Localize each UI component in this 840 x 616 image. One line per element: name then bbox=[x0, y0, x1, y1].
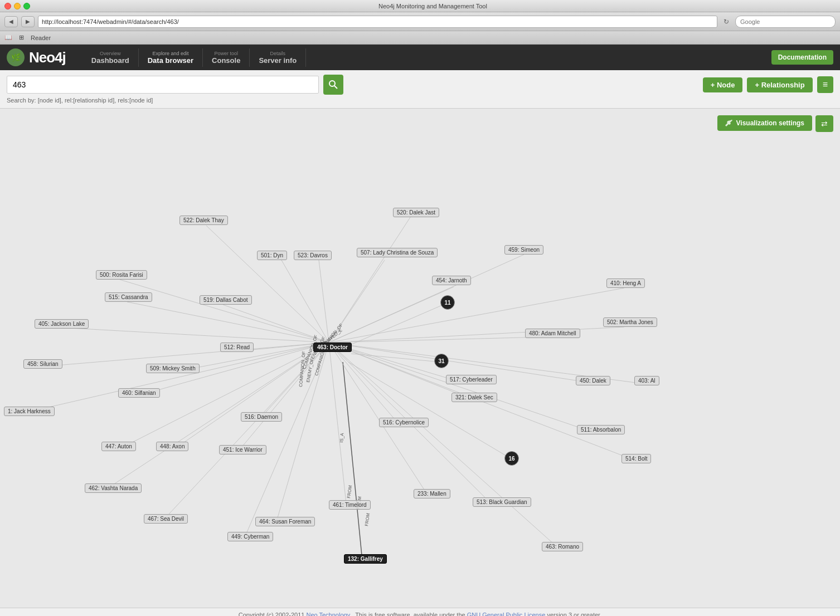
svg-line-33 bbox=[173, 343, 329, 450]
svg-text:FROM: FROM bbox=[346, 485, 353, 498]
node-silurian[interactable]: 458: Silurian bbox=[23, 359, 62, 369]
svg-line-14 bbox=[223, 305, 329, 343]
node-heng-a[interactable]: 410: Heng A bbox=[606, 278, 645, 288]
reader-label[interactable]: Reader bbox=[31, 35, 51, 41]
svg-line-13 bbox=[127, 302, 329, 343]
tab-dashboard[interactable]: Overview Dashboard bbox=[82, 48, 139, 67]
node-dalek-thay[interactable]: 522: Dalek Thay bbox=[179, 216, 228, 225]
node-jack-harkness[interactable]: 1: Jack Harkness bbox=[4, 407, 55, 416]
node-ice-warrior[interactable]: 451: Ice Warrior bbox=[219, 445, 266, 454]
svg-line-22 bbox=[43, 343, 329, 366]
graph-edges: COMPANION_OF ENEMY_OF COMPANION_OF PLAYE… bbox=[0, 109, 840, 608]
svg-line-3 bbox=[351, 354, 440, 362]
cluster-node-11[interactable]: 11 bbox=[440, 295, 455, 310]
node-dalek-jast[interactable]: 520: Dalek Jast bbox=[393, 208, 439, 217]
node-mallen[interactable]: 233: Mallen bbox=[414, 489, 450, 498]
gpl-link[interactable]: GNU General Public License bbox=[467, 612, 546, 616]
address-bar[interactable] bbox=[38, 16, 717, 28]
add-relationship-button[interactable]: + Relationship bbox=[747, 77, 812, 92]
footer-mid-text: . This is free software, available under… bbox=[352, 612, 467, 616]
node-axon[interactable]: 448: Axon bbox=[156, 442, 188, 451]
node-black-guardian[interactable]: 513: Black Guardian bbox=[473, 497, 531, 507]
grid-icon: ⊞ bbox=[19, 34, 24, 41]
browser-toolbar: ◀ ▶ ↻ bbox=[0, 12, 840, 31]
node-adam-mitchell[interactable]: 480: Adam Mitchell bbox=[525, 329, 580, 338]
node-romano[interactable]: 463: Romano bbox=[542, 542, 583, 551]
tab-server-info[interactable]: Details Server info bbox=[250, 48, 306, 67]
node-davros[interactable]: 523: Davros bbox=[294, 251, 332, 260]
node-dyn[interactable]: 501: Dyn bbox=[257, 251, 287, 260]
neo-tech-link[interactable]: Neo Technology bbox=[306, 612, 350, 616]
svg-text:IS_A: IS_A bbox=[339, 432, 345, 443]
node-martha-jones[interactable]: 502: Martha Jones bbox=[603, 317, 657, 327]
node-vashta-narada[interactable]: 462: Vashta Narada bbox=[85, 483, 142, 493]
node-al[interactable]: 403: Al bbox=[634, 376, 659, 385]
window-title: Neo4j Monitoring and Management Tool bbox=[30, 3, 836, 9]
minimize-button[interactable] bbox=[14, 3, 21, 9]
node-lady-christina[interactable]: 507: Lady Christina de Souza bbox=[357, 248, 438, 257]
node-mickey-smith[interactable]: 509: Mickey Smith bbox=[146, 364, 200, 373]
search-row: + Node + Relationship ≡ bbox=[7, 75, 833, 95]
shuffle-button[interactable]: ⇄ bbox=[815, 115, 833, 132]
close-button[interactable] bbox=[4, 3, 11, 9]
tab-server-info-main: Server info bbox=[259, 56, 297, 65]
node-simeon[interactable]: 459: Simeon bbox=[504, 245, 543, 255]
svg-line-41 bbox=[275, 343, 329, 525]
node-dalek-sec[interactable]: 321: Dalek Sec bbox=[451, 393, 497, 402]
menu-button[interactable]: ≡ bbox=[817, 76, 833, 93]
node-read[interactable]: 512: Read bbox=[220, 343, 254, 352]
forward-button[interactable]: ▶ bbox=[21, 16, 35, 27]
node-jackson-lake[interactable]: 405: Jackson Lake bbox=[35, 319, 89, 329]
cluster-node-31[interactable]: 31 bbox=[434, 354, 449, 368]
browser-search-input[interactable] bbox=[735, 16, 836, 28]
svg-text:ENEMY_OF: ENEMY_OF bbox=[305, 358, 315, 383]
documentation-button[interactable]: Documentation bbox=[771, 50, 833, 65]
app-header: 🌿 Neo4j Overview Dashboard Explore and e… bbox=[0, 45, 840, 70]
node-timelord[interactable]: 461: Timelord bbox=[329, 500, 371, 510]
node-cyberleader[interactable]: 517: Cyberleader bbox=[446, 375, 497, 384]
svg-line-31 bbox=[329, 343, 596, 433]
svg-line-15 bbox=[329, 287, 454, 343]
search-hint: Search by: [node id], rel:[relationship … bbox=[7, 97, 833, 104]
nav-tabs: Overview Dashboard Explore and edit Data… bbox=[82, 48, 771, 67]
tab-server-info-sub: Details bbox=[259, 51, 297, 56]
tab-dashboard-main: Dashboard bbox=[91, 56, 129, 65]
wrench-icon bbox=[725, 119, 733, 127]
tab-console-main: Console bbox=[212, 56, 240, 65]
tab-console[interactable]: Power tool Console bbox=[203, 48, 250, 67]
node-cyberman[interactable]: 449: Cyberman bbox=[227, 532, 273, 541]
node-dalek[interactable]: 450: Dalek bbox=[576, 376, 610, 385]
node-absorbalon[interactable]: 511: Absorbalon bbox=[577, 425, 625, 434]
node-auton[interactable]: 447: Auton bbox=[101, 442, 136, 451]
footer-end-text: version 3 or greater. bbox=[547, 612, 601, 616]
node-daemon[interactable]: 516: Daemon bbox=[241, 412, 282, 422]
node-rosita[interactable]: 500: Rosita Farisi bbox=[96, 270, 147, 280]
svg-point-0 bbox=[329, 81, 335, 86]
add-node-button[interactable]: + Node bbox=[703, 77, 743, 92]
graph-area[interactable]: COMPANION_OF ENEMY_OF COMPANION_OF PLAYE… bbox=[0, 109, 840, 608]
center-node[interactable]: 463: Doctor bbox=[313, 343, 352, 352]
bottom-node-gallifrey[interactable]: 132: Gallifrey bbox=[344, 554, 387, 564]
node-silfanian[interactable]: 460: Silfanian bbox=[118, 388, 160, 398]
svg-line-30 bbox=[329, 343, 399, 424]
node-jarnoth[interactable]: 454: Jarnoth bbox=[432, 276, 471, 285]
svg-line-5 bbox=[343, 362, 362, 561]
search-button[interactable] bbox=[323, 75, 343, 95]
node-cybernolice[interactable]: 516: Cybernolice bbox=[379, 418, 429, 427]
svg-line-12 bbox=[329, 255, 524, 343]
node-dallas-cabot[interactable]: 519: Dallas Cabot bbox=[200, 295, 252, 305]
back-button[interactable]: ◀ bbox=[4, 16, 18, 27]
svg-line-1 bbox=[334, 86, 337, 89]
tab-data-browser[interactable]: Explore and edit Data browser bbox=[139, 48, 203, 67]
node-susan-foreman[interactable]: 464: Susan Foreman bbox=[255, 517, 315, 526]
maximize-button[interactable] bbox=[23, 3, 30, 9]
search-input[interactable] bbox=[7, 76, 319, 94]
svg-line-36 bbox=[103, 343, 329, 491]
node-cassandra[interactable]: 515: Cassandra bbox=[105, 292, 152, 302]
traffic-lights bbox=[4, 3, 30, 9]
visualization-settings-button[interactable]: Visualization settings bbox=[717, 115, 812, 131]
refresh-button[interactable]: ↻ bbox=[721, 16, 732, 27]
cluster-node-16[interactable]: 16 bbox=[504, 451, 519, 466]
node-bolt[interactable]: 514: Bolt bbox=[621, 454, 651, 463]
node-sea-devil[interactable]: 467: Sea Devil bbox=[144, 514, 188, 524]
